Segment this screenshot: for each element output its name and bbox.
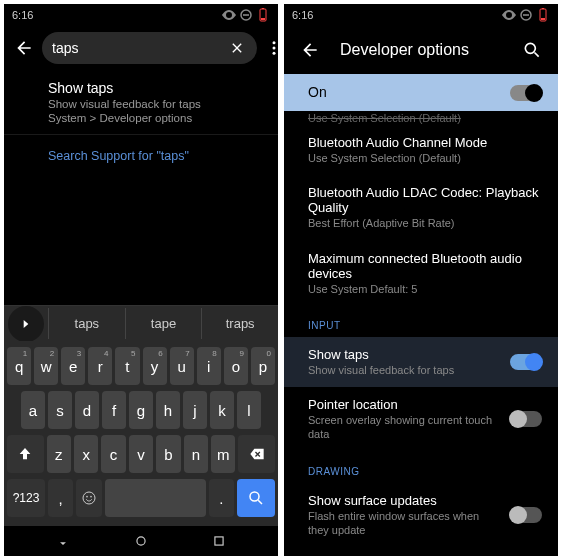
more-button[interactable]: [265, 36, 278, 60]
svg-point-8: [83, 492, 95, 504]
toggle-pointer-location[interactable]: [510, 411, 542, 427]
svg-rect-13: [215, 537, 223, 545]
svg-rect-4: [262, 8, 264, 9]
svg-rect-15: [523, 14, 529, 16]
settings-list[interactable]: On Use System Selection (Default) Blueto…: [284, 74, 558, 556]
key-x[interactable]: x: [74, 435, 98, 473]
setting-show-taps[interactable]: Show taps Show visual feedback for taps: [284, 337, 558, 387]
nav-keyboard-hide[interactable]: [54, 532, 72, 550]
setting-bt-channel-mode[interactable]: Bluetooth Audio Channel Mode Use System …: [284, 125, 558, 175]
key-row-1: q1 w2 e3 r4 t5 y6 u7 i8 o9 p0: [7, 347, 275, 385]
nav-home[interactable]: [132, 532, 150, 550]
svg-point-6: [273, 47, 276, 50]
clear-button[interactable]: [227, 38, 247, 58]
key-s[interactable]: s: [48, 391, 72, 429]
keyboard: q1 w2 e3 r4 t5 y6 u7 i8 o9 p0 a s d f g …: [4, 341, 278, 526]
dev-header: Developer options: [284, 26, 558, 74]
setting-title: Pointer location: [308, 397, 500, 412]
key-w[interactable]: w2: [34, 347, 58, 385]
key-period[interactable]: .: [209, 479, 234, 517]
key-t[interactable]: t5: [115, 347, 139, 385]
setting-surface-updates[interactable]: Show surface updates Flash entire window…: [284, 483, 558, 548]
section-input: INPUT: [284, 306, 558, 337]
key-emoji[interactable]: [76, 479, 101, 517]
status-bar: 6:16: [4, 4, 278, 26]
key-l[interactable]: l: [237, 391, 261, 429]
main-toggle-label: On: [308, 84, 500, 100]
key-i[interactable]: i8: [197, 347, 221, 385]
key-f[interactable]: f: [102, 391, 126, 429]
key-p[interactable]: p0: [251, 347, 275, 385]
key-k[interactable]: k: [210, 391, 234, 429]
setting-title: Maximum connected Bluetooth audio device…: [308, 251, 542, 281]
key-d[interactable]: d: [75, 391, 99, 429]
setting-title: Show taps: [308, 347, 500, 362]
main-toggle[interactable]: [510, 85, 542, 101]
key-g[interactable]: g: [129, 391, 153, 429]
key-backspace[interactable]: [238, 435, 275, 473]
search-box[interactable]: [42, 32, 257, 64]
phone-right-dev-options: 6:16 Developer options On Use System Sel…: [284, 4, 558, 556]
key-o[interactable]: o9: [224, 347, 248, 385]
key-c[interactable]: c: [101, 435, 125, 473]
key-r[interactable]: r4: [88, 347, 112, 385]
setting-desc: Screen overlay showing current touch dat…: [308, 413, 500, 442]
eye-icon: [502, 8, 516, 22]
toggle-surface-updates[interactable]: [510, 507, 542, 523]
main-toggle-row[interactable]: On: [284, 74, 558, 111]
setting-title: Show surface updates: [308, 493, 500, 508]
key-q[interactable]: q1: [7, 347, 31, 385]
setting-max-bt-devices[interactable]: Maximum connected Bluetooth audio device…: [284, 241, 558, 306]
search-button[interactable]: [520, 38, 544, 62]
search-header: [4, 26, 278, 70]
key-v[interactable]: v: [129, 435, 153, 473]
key-y[interactable]: y6: [143, 347, 167, 385]
search-support-link[interactable]: Search Support for "taps": [4, 135, 278, 173]
setting-layout-bounds[interactable]: Show layout bounds Show clip bounds, mar…: [284, 547, 558, 556]
back-button[interactable]: [14, 36, 34, 60]
result-desc: Show visual feedback for taps: [48, 98, 260, 110]
key-comma[interactable]: ,: [48, 479, 73, 517]
key-u[interactable]: u7: [170, 347, 194, 385]
back-button[interactable]: [298, 38, 322, 62]
suggestion-3[interactable]: traps: [201, 308, 278, 339]
key-b[interactable]: b: [156, 435, 180, 473]
setting-desc: Show visual feedback for taps: [308, 363, 500, 377]
svg-point-5: [273, 41, 276, 44]
status-icons: [502, 8, 550, 22]
key-m[interactable]: m: [211, 435, 235, 473]
key-h[interactable]: h: [156, 391, 180, 429]
suggestion-2[interactable]: tape: [125, 308, 202, 339]
svg-point-10: [90, 496, 92, 498]
key-row-2: a s d f g h j k l: [7, 391, 275, 429]
search-results: Show taps Show visual feedback for taps …: [4, 70, 278, 305]
battery-low-icon: [256, 8, 270, 22]
svg-rect-17: [541, 18, 545, 20]
key-row-3: z x c v b n m: [7, 435, 275, 473]
page-title: Developer options: [340, 41, 502, 59]
key-n[interactable]: n: [184, 435, 208, 473]
setting-pointer-location[interactable]: Pointer location Screen overlay showing …: [284, 387, 558, 452]
key-shift[interactable]: [7, 435, 44, 473]
nav-recents[interactable]: [210, 532, 228, 550]
key-a[interactable]: a: [21, 391, 45, 429]
key-z[interactable]: z: [47, 435, 71, 473]
search-result-show-taps[interactable]: Show taps Show visual feedback for taps …: [4, 70, 278, 135]
search-input[interactable]: [52, 40, 227, 56]
section-drawing: DRAWING: [284, 452, 558, 483]
suggestion-bar: taps tape traps: [4, 305, 278, 341]
setting-bt-ldac[interactable]: Bluetooth Audio LDAC Codec: Playback Qua…: [284, 175, 558, 240]
key-search[interactable]: [237, 479, 275, 517]
battery-low-icon: [536, 8, 550, 22]
key-numbers[interactable]: ?123: [7, 479, 45, 517]
suggestion-1[interactable]: taps: [48, 308, 125, 339]
setting-title: Bluetooth Audio Channel Mode: [308, 135, 542, 150]
setting-desc: Use System Default: 5: [308, 282, 542, 296]
suggestion-expand[interactable]: [8, 306, 44, 342]
status-icons: [222, 8, 270, 22]
toggle-show-taps[interactable]: [510, 354, 542, 370]
phone-left-search: 6:16 Show taps S: [4, 4, 278, 556]
key-space[interactable]: [105, 479, 206, 517]
key-j[interactable]: j: [183, 391, 207, 429]
key-e[interactable]: e3: [61, 347, 85, 385]
